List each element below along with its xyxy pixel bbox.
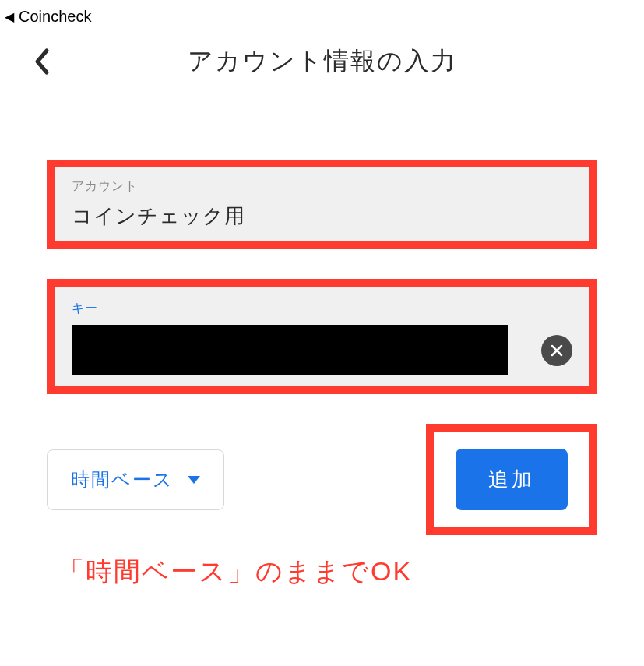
page-header: アカウント情報の入力 <box>0 33 644 90</box>
breadcrumb-back-icon: ◀ <box>5 9 14 24</box>
chevron-down-icon <box>188 476 200 484</box>
add-button[interactable]: 追加 <box>456 449 568 510</box>
account-field-label: アカウント <box>72 178 572 195</box>
account-field-input[interactable]: コインチェック用 <box>72 203 572 238</box>
form-content: アカウント コインチェック用 キー 時間ベース 追加 「時間ベース」のままでOK <box>0 90 644 590</box>
breadcrumb-label: Coincheck <box>19 8 91 26</box>
close-icon <box>550 344 564 358</box>
key-field-row <box>72 325 572 386</box>
account-field-highlight: アカウント コインチェック用 <box>47 160 597 249</box>
breadcrumb[interactable]: ◀ Coincheck <box>0 0 644 33</box>
add-button-highlight: 追加 <box>426 424 597 535</box>
annotation-text: 「時間ベース」のままでOK <box>47 554 597 590</box>
key-field-highlight: キー <box>47 279 597 394</box>
chevron-left-icon <box>33 48 50 76</box>
back-button[interactable] <box>33 48 50 79</box>
type-dropdown[interactable]: 時間ベース <box>47 449 224 510</box>
clear-key-button[interactable] <box>541 335 572 366</box>
key-field-label: キー <box>72 301 572 317</box>
key-field-input[interactable] <box>72 325 508 375</box>
actions-row: 時間ベース 追加 <box>47 424 597 535</box>
type-dropdown-label: 時間ベース <box>71 467 174 492</box>
page-title: アカウント情報の入力 <box>31 44 613 79</box>
